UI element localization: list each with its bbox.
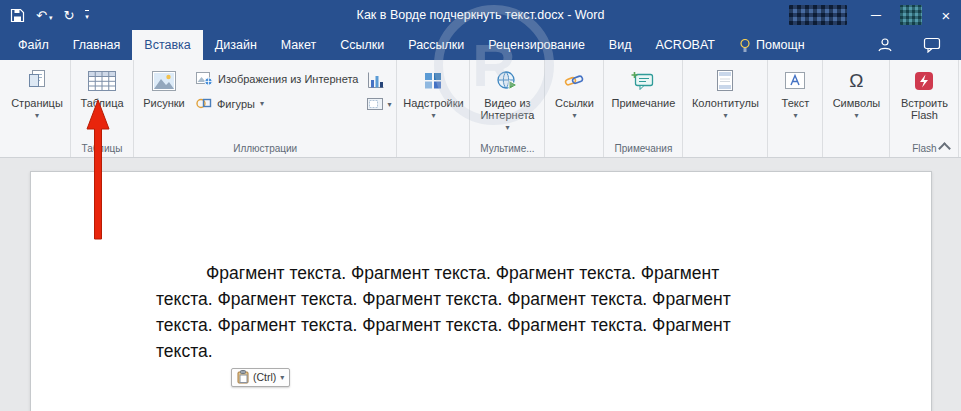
tab-view[interactable]: Вид (597, 30, 644, 60)
links-icon (564, 72, 584, 89)
document-paragraph: Фрагмент текста. Фрагмент текста. Фрагме… (156, 260, 821, 364)
lightbulb-icon (739, 38, 751, 53)
tab-file[interactable]: Файл (6, 30, 61, 60)
screenshot-button[interactable]: ▾ (367, 98, 391, 111)
online-pictures-label: Изображения из Интернета (218, 73, 358, 85)
tab-acrobat[interactable]: ACROBAT (643, 30, 727, 60)
header-footer-icon (716, 69, 734, 92)
account-person-icon[interactable] (877, 37, 893, 53)
chevron-up-icon (938, 142, 951, 155)
embed-flash-button[interactable]: Встроить Flash (893, 62, 955, 121)
tab-label: Дизайн (215, 38, 257, 52)
group-media: Видео из Интернета ▾ Мультиме... (470, 60, 545, 157)
table-label: Таблица (80, 97, 123, 109)
clipboard-icon (237, 370, 249, 384)
illustrations-icon-buttons: ▾ (367, 71, 391, 111)
online-video-icon (496, 70, 518, 91)
flash-icon (914, 71, 934, 91)
close-button[interactable]: × (931, 0, 961, 30)
tab-review[interactable]: Рецензирование (476, 30, 597, 60)
minimize-button[interactable]: ─ (861, 0, 891, 30)
redacted-area (789, 5, 847, 25)
comment-label: Примечание (612, 97, 676, 109)
save-button[interactable] (10, 8, 25, 23)
addins-button[interactable]: Надстройки ▾ (400, 62, 466, 120)
tab-label: Рассылки (408, 38, 464, 52)
text-box-icon (785, 72, 805, 89)
group-addins: Надстройки ▾ (397, 60, 470, 157)
text-button[interactable]: Текст ▾ (771, 62, 819, 120)
group-label-empty (7, 141, 67, 157)
addins-label: Надстройки (403, 97, 463, 109)
group-header-footer: Колонтитулы ▾ (683, 60, 768, 157)
tab-insert[interactable]: Вставка (132, 30, 202, 60)
group-pages: Страницы ▾ (4, 60, 71, 157)
title-bar: ↶ ▾ ↻ ▾ Как в Ворде подчеркнуть текст.do… (0, 0, 961, 30)
tab-layout[interactable]: Макет (269, 30, 328, 60)
share-comment-icon[interactable] (923, 37, 941, 53)
screenshot-icon (367, 98, 384, 111)
group-illustrations: Рисунки Изображения из Интернета Фигуры … (134, 60, 397, 157)
group-label-media: Мультиме... (473, 141, 541, 157)
shapes-button[interactable]: Фигуры ▾ (196, 94, 358, 113)
addins-icon (423, 71, 443, 90)
group-label-tables: Таблицы (74, 141, 130, 157)
online-video-button[interactable]: Видео из Интернета ▾ (473, 62, 541, 132)
chevron-down-icon: ▾ (723, 111, 727, 120)
chevron-down-icon: ▾ (387, 100, 391, 109)
group-links: Ссылки ▾ (545, 60, 604, 157)
pictures-icon (151, 70, 177, 92)
pictures-button[interactable]: Рисунки (137, 62, 191, 109)
tab-design[interactable]: Дизайн (203, 30, 269, 60)
pages-button[interactable]: Страницы ▾ (7, 62, 67, 120)
document-page[interactable]: Фрагмент текста. Фрагмент текста. Фрагме… (30, 171, 932, 411)
tabrow-right-icons (877, 30, 961, 60)
tab-label: Рецензирование (488, 38, 585, 52)
group-label-comments: Примечания (607, 141, 679, 157)
symbols-button[interactable]: Ω Символы ▾ (826, 62, 886, 120)
chevron-down-icon: ▾ (431, 111, 435, 120)
tab-references[interactable]: Ссылки (328, 30, 396, 60)
links-label: Ссылки (555, 97, 594, 109)
customize-qat-button[interactable]: ▾ (85, 10, 89, 21)
header-footer-button[interactable]: Колонтитулы ▾ (686, 62, 764, 120)
table-button[interactable]: Таблица ▾ (74, 62, 130, 120)
text-label: Текст (782, 97, 810, 109)
document-canvas: Фрагмент текста. Фрагмент текста. Фрагме… (0, 158, 961, 411)
tab-label: Главная (73, 38, 121, 52)
pages-icon (27, 68, 47, 94)
chevron-down-icon: ▾ (793, 111, 797, 120)
paste-options-button[interactable]: (Ctrl) ▾ (231, 368, 290, 387)
tab-home[interactable]: Главная (61, 30, 133, 60)
tab-label: Вставка (144, 38, 190, 52)
paste-options-label: (Ctrl) (253, 371, 276, 383)
tab-mailings[interactable]: Рассылки (396, 30, 476, 60)
comment-button[interactable]: Примечание (607, 62, 679, 109)
group-text: Текст ▾ (768, 60, 823, 157)
collapse-ribbon-button[interactable] (936, 140, 952, 153)
group-tables: Таблица ▾ Таблицы (71, 60, 134, 157)
chart-button[interactable] (367, 71, 385, 89)
tab-label: Вид (609, 38, 632, 52)
omega-icon: Ω (849, 71, 863, 91)
tab-label: Файл (18, 38, 49, 52)
group-label-empty (826, 141, 886, 157)
text-line: текста. (156, 338, 821, 364)
text-line: Фрагмент текста. Фрагмент текста. Фрагме… (156, 260, 821, 286)
chevron-down-icon: ▾ (100, 111, 104, 120)
redo-button[interactable]: ↻ (63, 9, 74, 22)
quick-access-toolbar: ↶ ▾ ↻ ▾ (0, 8, 89, 23)
header-footer-label: Колонтитулы (692, 97, 759, 109)
tab-label: ACROBAT (655, 38, 715, 52)
table-icon (87, 69, 117, 93)
online-video-label: Видео из Интернета (475, 97, 539, 121)
tell-me-box[interactable]: Помощн (727, 30, 817, 60)
comment-icon (631, 71, 655, 91)
online-pictures-button[interactable]: Изображения из Интернета (196, 69, 358, 88)
links-button[interactable]: Ссылки ▾ (548, 62, 600, 120)
redo-icon: ↻ (63, 9, 74, 22)
tab-label: Макет (281, 38, 316, 52)
undo-button[interactable]: ↶ ▾ (36, 9, 52, 22)
group-label-empty (548, 141, 600, 157)
chart-icon (367, 71, 385, 89)
